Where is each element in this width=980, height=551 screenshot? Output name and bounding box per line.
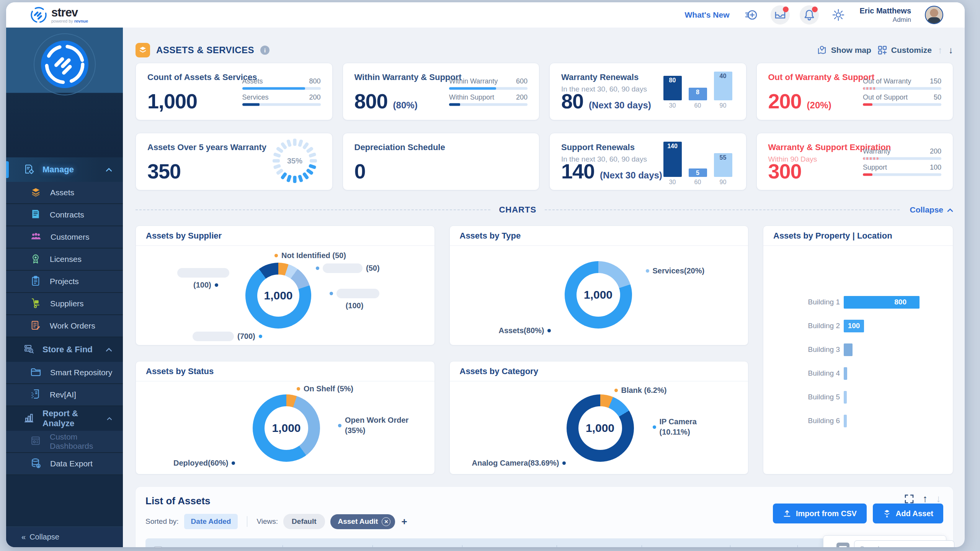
- panel-collapse-icon[interactable]: ›: [829, 544, 832, 547]
- list-scroll-down-icon[interactable]: ↓: [936, 493, 941, 505]
- sidebar-item-rev-ai[interactable]: Rev[AI]: [6, 384, 123, 406]
- user-menu[interactable]: Eric Matthews Admin: [860, 6, 911, 24]
- column-settings-icon[interactable]: [836, 543, 849, 547]
- sidebar-item-label: Projects: [50, 277, 79, 286]
- kpi-card-assets-over-5-years-warranty[interactable]: Assets Over 5 years Warranty35035%: [136, 133, 333, 190]
- building-label: Building 6: [786, 417, 840, 425]
- fullscreen-icon[interactable]: [904, 494, 914, 504]
- kpi-card-out-of-warranty-support[interactable]: Out of Warranty & Support200(20%)Out of …: [756, 63, 954, 120]
- kpi-value: 800: [354, 89, 388, 113]
- mini-bar-x-label: 90: [720, 102, 727, 109]
- bar-value: 600: [516, 77, 528, 85]
- main-content: ASSETS & SERVICES i Show map Customize: [123, 28, 965, 547]
- building-bar[interactable]: [844, 367, 847, 380]
- type-donut[interactable]: 1,000: [565, 261, 632, 329]
- sidebar-item-assets[interactable]: Assets: [6, 182, 123, 204]
- column-header-category[interactable]: CATEGORY: [462, 545, 557, 547]
- sidebar-item-work-orders[interactable]: Work Orders: [6, 315, 123, 337]
- kpi-gauge: 35%: [270, 136, 319, 187]
- scroll-up-icon[interactable]: ↑: [938, 45, 942, 56]
- list-scroll-up-icon[interactable]: ↑: [923, 493, 928, 505]
- sidebar-item-label: Custom Dashboards: [50, 432, 123, 451]
- category-donut[interactable]: 1,000: [567, 394, 634, 462]
- mini-bar-x-label: 30: [669, 102, 676, 109]
- kpi-card-count-of-assets-services[interactable]: Count of Assets & Services1,000Assets800…: [136, 63, 333, 120]
- sidebar-item-suppliers[interactable]: Suppliers: [6, 293, 123, 315]
- kpi-card-warranty-support-expiration[interactable]: Warranty & Support ExpirationWithin 90 D…: [756, 133, 954, 190]
- svg-text:35%: 35%: [287, 157, 302, 165]
- sidebar-item-custom-dashboards[interactable]: Custom Dashboards: [6, 431, 123, 453]
- kpi-card-support-renewals[interactable]: Support RenewalsIn the next 30, 60, 90 d…: [549, 133, 746, 190]
- sidebar-item-label: Assets: [50, 188, 74, 197]
- sorted-by-chip[interactable]: Date Added: [184, 514, 238, 529]
- powered-by: powered by revnue: [51, 19, 88, 23]
- scroll-down-icon[interactable]: ↓: [949, 45, 953, 56]
- info-icon[interactable]: i: [260, 46, 270, 55]
- donut-label: IP Camera (10.11%): [653, 417, 725, 437]
- kpi-card-warranty-renewals[interactable]: Warranty RenewalsIn the next 30, 60, 90 …: [549, 63, 746, 120]
- view-chip-default[interactable]: Default: [283, 514, 325, 529]
- sidebar-item-label: Rev[AI]: [50, 390, 76, 399]
- column-search-input[interactable]: [854, 540, 954, 547]
- column-header-serial-number[interactable]: SERIAL NUMBER: [283, 545, 372, 547]
- show-map-button[interactable]: Show map: [817, 45, 871, 56]
- supplier-donut[interactable]: 1,000: [245, 263, 311, 329]
- import-from-csv-button[interactable]: Import from CSV: [773, 504, 867, 523]
- sidebar-item-licenses[interactable]: Licenses: [6, 249, 123, 271]
- building-bar[interactable]: 100: [844, 320, 864, 332]
- column-header-asset-service-name[interactable]: ASSET/SERVICE NAME: [184, 545, 283, 547]
- strev-logo-icon: [30, 6, 47, 24]
- building-bar[interactable]: [844, 391, 847, 404]
- view-chip-asset-audit[interactable]: Asset Audit✕: [330, 514, 395, 529]
- avatar[interactable]: [925, 6, 943, 24]
- topbar: strev powered by revnue What's New: [6, 2, 965, 28]
- settings-gear-icon[interactable]: [831, 7, 846, 23]
- chart-assets-by-status: Assets by Status 1,000 On Shelf (5%) Ope…: [136, 361, 435, 474]
- building-bar[interactable]: [844, 343, 853, 356]
- building-bar[interactable]: 800: [844, 296, 920, 309]
- mini-bar-x-label: 30: [669, 179, 676, 186]
- mini-bar: 55: [714, 153, 732, 177]
- inbox-icon[interactable]: [773, 7, 788, 23]
- sidebar-group-manage[interactable]: Manage: [6, 157, 123, 182]
- bar-label: Out of Warranty: [863, 77, 911, 85]
- sidebar-item-projects[interactable]: Projects: [6, 271, 123, 293]
- mini-bar: 80: [663, 76, 682, 100]
- kpi-card-depreciation-schedule[interactable]: Depreciation Schedule0: [343, 133, 540, 190]
- brand-logo[interactable]: strev powered by revnue: [30, 6, 88, 24]
- kpi-grid: Count of Assets & Services1,000Assets800…: [136, 63, 953, 190]
- sidebar-item-contracts[interactable]: Contracts: [6, 204, 123, 226]
- sidebar-group-report-analyze[interactable]: Report & Analyze: [6, 406, 123, 431]
- select-all-checkbox[interactable]: [154, 546, 162, 547]
- sidebar-collapse-button[interactable]: « Collapse: [6, 526, 123, 547]
- kpi-card-within-warranty-support[interactable]: Within Warranty & Support800(80%)Within …: [343, 63, 540, 120]
- column-header-po-number[interactable]: PO NUMBER: [372, 545, 462, 547]
- sidebar-item-label: Licenses: [50, 255, 82, 264]
- sidebar-item-data-export[interactable]: Data Export: [6, 453, 123, 475]
- bar-value: 800: [309, 77, 320, 85]
- column-header-usage-status[interactable]: USAGE STATUS: [557, 545, 642, 547]
- brand-name: strev: [51, 7, 88, 18]
- notifications-icon[interactable]: [802, 7, 817, 23]
- remove-view-icon[interactable]: ✕: [382, 517, 390, 526]
- donut-label: Deployed(60%): [173, 459, 235, 468]
- building-bar[interactable]: [844, 415, 847, 427]
- sidebar-item-smart-repository[interactable]: Smart Repository: [6, 362, 123, 384]
- building-bar-row: Building 6: [786, 409, 953, 433]
- status-donut[interactable]: 1,000: [253, 394, 320, 462]
- sidebar: ManageAssetsContractsCustomersLicensesPr…: [6, 28, 123, 547]
- kpi-progress-bars: Out of Warranty150Out of Support50: [863, 74, 941, 110]
- customize-button[interactable]: Customize: [877, 45, 932, 55]
- sidebar-item-customers[interactable]: Customers: [6, 226, 123, 249]
- column-header-date-added[interactable]: DATE ADDED: [642, 545, 730, 547]
- sidebar-group-store-find[interactable]: Store & Find: [6, 337, 123, 362]
- active-accent: [6, 161, 9, 178]
- bar-label: Assets: [242, 77, 263, 85]
- add-asset-button[interactable]: Add Asset: [873, 504, 943, 523]
- donut-total: 1,000: [565, 261, 632, 329]
- whats-new-link[interactable]: What's New: [685, 10, 730, 20]
- quick-create-icon[interactable]: [743, 7, 759, 23]
- charts-collapse-button[interactable]: Collapse: [910, 205, 953, 214]
- column-header-created-by[interactable]: CREATED BY: [730, 545, 797, 547]
- add-view-button[interactable]: +: [401, 516, 407, 528]
